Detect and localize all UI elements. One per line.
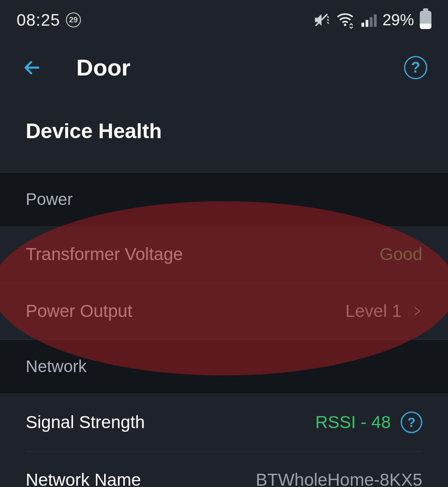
help-signal-strength[interactable]: ? (401, 412, 422, 433)
arrow-left-icon (22, 58, 41, 77)
svg-rect-4 (370, 17, 373, 27)
question-icon: ? (407, 415, 416, 430)
row-network-name[interactable]: Network Name BTWholeHome-8KX5 (0, 452, 448, 487)
chevron-right-icon (411, 302, 422, 320)
mute-vibrate-icon (313, 11, 330, 29)
wifi-icon (336, 11, 354, 29)
row-power-output[interactable]: Power Output Level 1 (0, 282, 448, 339)
back-button[interactable] (21, 56, 43, 79)
svg-rect-5 (374, 15, 377, 27)
row-value: Good (380, 244, 422, 264)
help-button[interactable]: ? (404, 56, 427, 79)
row-label: Power Output (26, 301, 132, 321)
notification-count-badge: 29 (66, 12, 81, 27)
row-signal-strength[interactable]: Signal Strength RSSI - 48 ? (0, 393, 448, 451)
row-label: Network Name (26, 470, 141, 487)
svg-rect-2 (361, 23, 364, 27)
app-bar: Door ? (0, 40, 448, 95)
svg-point-1 (344, 24, 346, 26)
section-power: Power Transformer Voltage Good Power Out… (0, 172, 448, 339)
row-label: Transformer Voltage (26, 244, 183, 264)
section-header-power: Power (0, 173, 448, 226)
svg-rect-3 (365, 20, 368, 27)
cellular-signal-icon (360, 12, 377, 28)
battery-icon (420, 11, 431, 29)
row-value: RSSI - 48 (315, 412, 391, 432)
row-value: BTWholeHome-8KX5 (256, 470, 422, 487)
row-value: Level 1 (346, 301, 402, 321)
battery-percent-text: 29% (382, 11, 414, 29)
page-title: Door (76, 54, 404, 81)
section-network: Network Signal Strength RSSI - 48 ? Netw… (0, 339, 448, 487)
status-time: 08:25 (17, 11, 60, 29)
status-bar: 08:25 29 (0, 0, 448, 40)
section-heading-device-health: Device Health (0, 95, 448, 172)
row-label: Signal Strength (26, 412, 145, 432)
question-icon: ? (411, 59, 420, 76)
section-header-network: Network (0, 340, 448, 393)
row-transformer-voltage[interactable]: Transformer Voltage Good (0, 226, 448, 282)
